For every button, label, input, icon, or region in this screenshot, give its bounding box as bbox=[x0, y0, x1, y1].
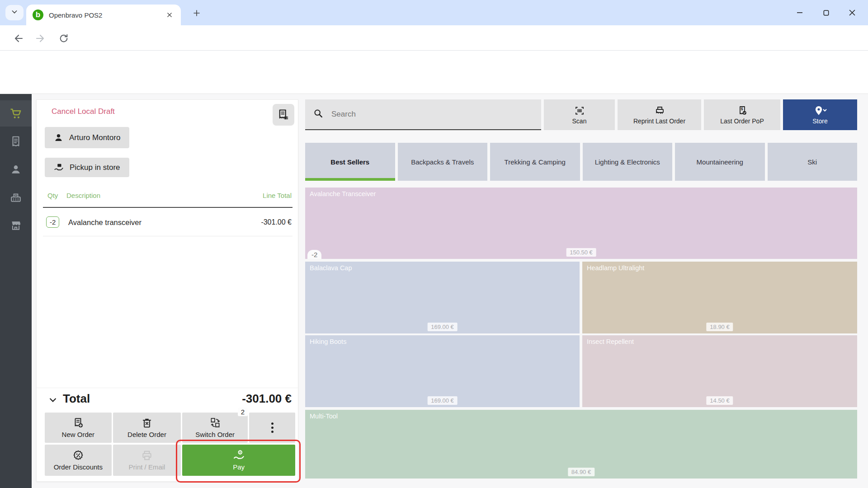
order-line-row[interactable]: -2 Avalanche transceiver -301.00 € bbox=[37, 213, 298, 235]
total-value: -301.00 € bbox=[242, 392, 292, 406]
columns-underline bbox=[43, 207, 292, 208]
new-order-button[interactable]: New Order bbox=[45, 413, 112, 443]
switch-order-button[interactable]: 2 Switch Order bbox=[182, 413, 248, 443]
tab-mountaineering[interactable]: Mountaineering bbox=[675, 143, 765, 181]
reload-button[interactable] bbox=[57, 32, 71, 45]
scan-label: Scan bbox=[572, 117, 587, 125]
trash-icon bbox=[141, 417, 153, 429]
product-price: 14.50 € bbox=[706, 396, 733, 405]
line-description: Avalanche transceiver bbox=[68, 218, 142, 227]
chevron-down-icon bbox=[11, 8, 18, 17]
reprint-icon bbox=[654, 105, 665, 116]
svg-text:$: $ bbox=[741, 107, 743, 111]
product-tile[interactable]: Balaclava Cap 169.00 € bbox=[305, 262, 580, 333]
total-divider bbox=[37, 388, 298, 388]
openbravo-pos2-window: b Openbravo POS2 bbox=[0, 0, 868, 488]
total-label: Total bbox=[63, 392, 90, 406]
delivery-mode-label: Pickup in store bbox=[70, 163, 120, 172]
forward-button[interactable] bbox=[33, 32, 47, 45]
total-collapse-chevron-icon[interactable] bbox=[48, 395, 57, 406]
pickup-hand-box-icon bbox=[54, 163, 64, 173]
total-row: Total -301.00 € bbox=[37, 392, 298, 408]
last-order-pop-label: Last Order PoP bbox=[720, 117, 764, 125]
product-name: Insect Repellent bbox=[587, 338, 634, 345]
barcode-scan-icon bbox=[574, 105, 585, 116]
receipt-settings-icon bbox=[277, 108, 290, 121]
store-label: Store bbox=[812, 117, 827, 125]
tab-best-sellers[interactable]: Best Sellers bbox=[305, 143, 395, 181]
reprint-last-order-button[interactable]: Reprint Last Order bbox=[618, 99, 701, 130]
browser-tab[interactable]: b Openbravo POS2 bbox=[26, 5, 181, 25]
tab-trekking-camping[interactable]: Trekking & Camping bbox=[490, 143, 580, 181]
switch-order-icon bbox=[209, 417, 222, 429]
cash-register-icon bbox=[10, 192, 22, 203]
openbravo-favicon-icon: b bbox=[33, 9, 43, 20]
tab-ski[interactable]: Ski bbox=[768, 143, 858, 181]
tab-search-button[interactable] bbox=[5, 5, 24, 20]
line-qty-badge: -2 bbox=[46, 216, 59, 228]
product-name: Avalanche Transceiver bbox=[310, 190, 376, 197]
print-email-button[interactable]: Print / Email bbox=[113, 445, 181, 476]
search-input[interactable] bbox=[331, 110, 533, 119]
switch-order-count-badge: 2 bbox=[238, 408, 248, 416]
rail-item-orders[interactable] bbox=[0, 128, 32, 155]
tab-backpacks-travels[interactable]: Backpacks & Travels bbox=[398, 143, 488, 181]
tab-lighting-electronics[interactable]: Lighting & Electronics bbox=[583, 143, 673, 181]
product-name: Hiking Boots bbox=[310, 338, 346, 345]
new-tab-button[interactable] bbox=[190, 6, 203, 20]
cancel-local-draft-link[interactable]: Cancel Local Draft bbox=[52, 107, 115, 116]
browser-toolbar: livebuilds.openbravo.com/context/pos2_mp… bbox=[0, 25, 868, 51]
product-tile[interactable]: Headlamp Ultralight 18.90 € bbox=[582, 262, 857, 333]
tab-close-icon[interactable] bbox=[165, 10, 175, 20]
product-price: 169.00 € bbox=[427, 323, 458, 331]
cart-icon bbox=[9, 107, 22, 120]
tab-title: Openbravo POS2 bbox=[49, 11, 159, 19]
ticket-properties-button[interactable] bbox=[273, 104, 294, 126]
delete-order-button[interactable]: Delete Order bbox=[113, 413, 181, 443]
rail-item-sale-cart[interactable] bbox=[0, 100, 32, 127]
scan-button[interactable]: Scan bbox=[544, 99, 615, 130]
order-actions-grid: New Order Delete Order 2 Switch Order bbox=[45, 413, 295, 476]
product-tile[interactable]: Multi-Tool 84.90 € bbox=[305, 410, 857, 479]
pay-button[interactable]: Pay bbox=[182, 445, 295, 476]
person-icon bbox=[10, 164, 22, 175]
printer-icon bbox=[141, 450, 153, 461]
product-tile[interactable]: Avalanche Transceiver -2 150.50 € bbox=[305, 188, 857, 259]
product-qty-badge: -2 bbox=[307, 250, 321, 259]
line-total-value: -301.00 € bbox=[261, 218, 292, 226]
rail-item-store[interactable] bbox=[0, 212, 32, 239]
column-line-total: Line Total bbox=[263, 192, 292, 199]
rail-item-customers[interactable] bbox=[0, 156, 32, 183]
maximize-button[interactable] bbox=[813, 0, 839, 25]
order-panel: Cancel Local Draft Arturo Montoro Pickup… bbox=[36, 99, 298, 482]
browser-tabstrip: b Openbravo POS2 bbox=[0, 0, 868, 25]
window-controls bbox=[787, 0, 865, 25]
discount-badge-icon bbox=[72, 450, 84, 461]
back-button[interactable] bbox=[12, 32, 25, 45]
store-selector-button[interactable]: Store bbox=[783, 99, 857, 130]
reprint-last-order-label: Reprint Last Order bbox=[633, 117, 685, 125]
product-price: 18.90 € bbox=[706, 323, 733, 331]
product-price: 84.90 € bbox=[568, 468, 594, 476]
product-tile[interactable]: Insect Repellent 14.50 € bbox=[582, 335, 857, 407]
last-order-pop-button[interactable]: $ Last Order PoP bbox=[704, 99, 780, 130]
product-name: Balaclava Cap bbox=[310, 264, 352, 272]
column-description: Description bbox=[66, 192, 100, 199]
product-name: Headlamp Ultralight bbox=[587, 264, 644, 272]
location-pin-icon bbox=[812, 105, 828, 116]
close-window-button[interactable] bbox=[839, 0, 865, 25]
minimize-button[interactable] bbox=[787, 0, 813, 25]
search-icon bbox=[313, 108, 323, 120]
rail-item-cash-management[interactable] bbox=[0, 184, 32, 211]
customer-button[interactable]: Arturo Montoro bbox=[45, 127, 129, 148]
order-discounts-button[interactable]: Order Discounts bbox=[45, 445, 112, 476]
new-order-icon bbox=[72, 417, 84, 429]
category-tabs: Best Sellers Backpacks & Travels Trekkin… bbox=[305, 143, 857, 181]
delivery-mode-button[interactable]: Pickup in store bbox=[45, 158, 129, 177]
more-order-actions-button[interactable] bbox=[249, 413, 295, 443]
pos-header: WHITEVALLEY Vall Blanca Store – 15:41 PO… bbox=[0, 51, 868, 94]
product-price: 169.00 € bbox=[427, 396, 458, 405]
product-tile[interactable]: Hiking Boots 169.00 € bbox=[305, 335, 580, 407]
product-search[interactable] bbox=[305, 99, 541, 130]
store-front-icon bbox=[10, 220, 22, 231]
